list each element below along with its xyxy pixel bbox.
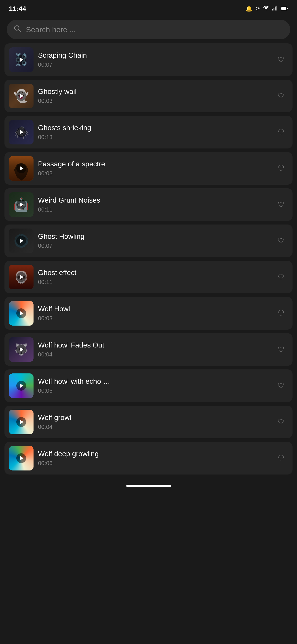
sound-list: ⛓️ Scraping Chain 00:07 ♡ 👻 Ghostly wail… xyxy=(0,44,297,478)
sound-info: Wolf Howl 00:03 xyxy=(38,305,269,322)
heart-icon: ♡ xyxy=(278,128,284,137)
favorite-button[interactable]: ♡ xyxy=(274,234,288,248)
play-button[interactable] xyxy=(16,200,26,210)
play-button[interactable] xyxy=(16,164,26,173)
thumbnail[interactable] xyxy=(9,301,33,326)
sound-duration: 00:03 xyxy=(38,98,269,104)
sound-info: Weird Grunt Noises 00:11 xyxy=(38,196,269,213)
heart-icon: ♡ xyxy=(278,454,284,463)
svg-rect-2 xyxy=(275,6,276,10)
sound-duration: 00:06 xyxy=(38,387,269,394)
sound-title: Wolf growl xyxy=(38,414,269,422)
favorite-button[interactable]: ♡ xyxy=(274,125,288,139)
svg-rect-1 xyxy=(274,8,275,10)
play-button[interactable] xyxy=(16,308,26,318)
list-item: Wolf growl 00:04 ♡ xyxy=(4,406,293,438)
sound-duration: 00:13 xyxy=(38,134,269,141)
thumbnail[interactable]: 🐺 xyxy=(9,337,33,362)
favorite-button[interactable]: ♡ xyxy=(274,52,288,67)
list-item: 👻 Ghostly wail 00:03 ♡ xyxy=(4,80,293,112)
sound-title: Weird Grunt Noises xyxy=(38,196,269,204)
thumbnail[interactable] xyxy=(9,156,33,181)
thumbnail[interactable] xyxy=(9,374,33,398)
play-button[interactable] xyxy=(16,127,26,137)
sound-info: Ghostly wail 00:03 xyxy=(38,88,269,104)
thumbnail[interactable]: 🌑 xyxy=(9,228,33,253)
thumbnail[interactable]: ⛓️ xyxy=(9,48,33,72)
sound-duration: 00:11 xyxy=(38,278,269,286)
sound-title: Passage of a spectre xyxy=(38,160,269,168)
play-button[interactable] xyxy=(16,453,26,463)
list-item: ⛓️ Scraping Chain 00:07 ♡ xyxy=(4,44,293,76)
play-button[interactable] xyxy=(16,272,26,282)
list-item: 🐺 Wolf howl Fades Out 00:04 ♡ xyxy=(4,333,293,366)
sound-duration: 00:11 xyxy=(38,206,269,213)
sound-title: Ghost Howling xyxy=(38,232,269,240)
sound-title: Ghost effect xyxy=(38,268,269,277)
heart-icon: ♡ xyxy=(278,381,284,390)
play-button[interactable] xyxy=(16,381,26,391)
list-item: 🤖 Weird Grunt Noises 00:11 ♡ xyxy=(4,188,293,221)
svg-line-8 xyxy=(18,30,20,32)
sound-duration: 00:07 xyxy=(38,61,269,68)
status-bar: 11:44 🔔 ⟳ xyxy=(0,0,297,16)
status-icons: 🔔 ⟳ xyxy=(246,6,288,12)
sound-title: Wolf howl Fades Out xyxy=(38,341,269,349)
sound-duration: 00:04 xyxy=(38,351,269,358)
svg-rect-5 xyxy=(281,8,286,10)
sound-title: Wolf howl with echo … xyxy=(38,377,269,386)
battery-icon xyxy=(281,6,288,12)
notification-icon: 🔔 xyxy=(246,6,252,12)
heart-icon: ♡ xyxy=(278,236,284,245)
play-button[interactable] xyxy=(16,91,26,101)
search-icon xyxy=(13,24,21,34)
thumbnail[interactable]: 🤖 xyxy=(9,192,33,217)
search-bar[interactable] xyxy=(7,20,290,39)
list-item: Wolf howl with echo … 00:06 ♡ xyxy=(4,370,293,402)
sound-info: Ghosts shrieking 00:13 xyxy=(38,124,269,141)
thumbnail[interactable] xyxy=(9,410,33,434)
sound-duration: 00:07 xyxy=(38,242,269,249)
sound-info: Passage of a spectre 00:08 xyxy=(38,160,269,177)
thumbnail[interactable]: 🕷️ xyxy=(9,120,33,144)
search-input[interactable] xyxy=(26,25,284,34)
favorite-button[interactable]: ♡ xyxy=(274,270,288,284)
svg-rect-0 xyxy=(273,9,273,10)
list-item: 🕷️ Ghosts shrieking 00:13 ♡ xyxy=(4,116,293,148)
wifi-icon xyxy=(263,6,269,12)
favorite-button[interactable]: ♡ xyxy=(274,306,288,320)
favorite-button[interactable]: ♡ xyxy=(274,451,288,465)
favorite-button[interactable]: ♡ xyxy=(274,89,288,103)
play-button[interactable] xyxy=(16,344,26,354)
sound-info: Scraping Chain 00:07 xyxy=(38,51,269,68)
sound-duration: 00:06 xyxy=(38,460,269,467)
status-time: 11:44 xyxy=(9,5,26,12)
sound-duration: 00:04 xyxy=(38,424,269,430)
heart-icon: ♡ xyxy=(278,164,284,173)
sound-info: Ghost Howling 00:07 xyxy=(38,232,269,249)
thumbnail[interactable] xyxy=(9,446,33,470)
thumbnail[interactable]: 👻 xyxy=(9,84,33,108)
favorite-button[interactable]: ♡ xyxy=(274,342,288,357)
play-button[interactable] xyxy=(16,417,26,427)
list-item: Passage of a spectre 00:08 ♡ xyxy=(4,152,293,185)
heart-icon: ♡ xyxy=(278,418,284,426)
heart-icon: ♡ xyxy=(278,200,284,209)
sound-duration: 00:03 xyxy=(38,315,269,322)
play-button[interactable] xyxy=(16,236,26,246)
list-item: 💀 Ghost effect 00:11 ♡ xyxy=(4,261,293,294)
heart-icon: ♡ xyxy=(278,309,284,318)
sound-info: Wolf deep growling 00:06 xyxy=(38,450,269,467)
favorite-button[interactable]: ♡ xyxy=(274,198,288,212)
favorite-button[interactable]: ♡ xyxy=(274,415,288,429)
thumbnail[interactable]: 💀 xyxy=(9,265,33,289)
sound-info: Wolf howl Fades Out 00:04 xyxy=(38,341,269,358)
favorite-button[interactable]: ♡ xyxy=(274,378,288,393)
sound-title: Ghosts shrieking xyxy=(38,124,269,132)
heart-icon: ♡ xyxy=(278,92,284,100)
heart-icon: ♡ xyxy=(278,272,284,282)
favorite-button[interactable]: ♡ xyxy=(274,161,288,176)
heart-icon: ♡ xyxy=(278,55,284,64)
sound-title: Scraping Chain xyxy=(38,51,269,60)
play-button[interactable] xyxy=(16,55,26,64)
